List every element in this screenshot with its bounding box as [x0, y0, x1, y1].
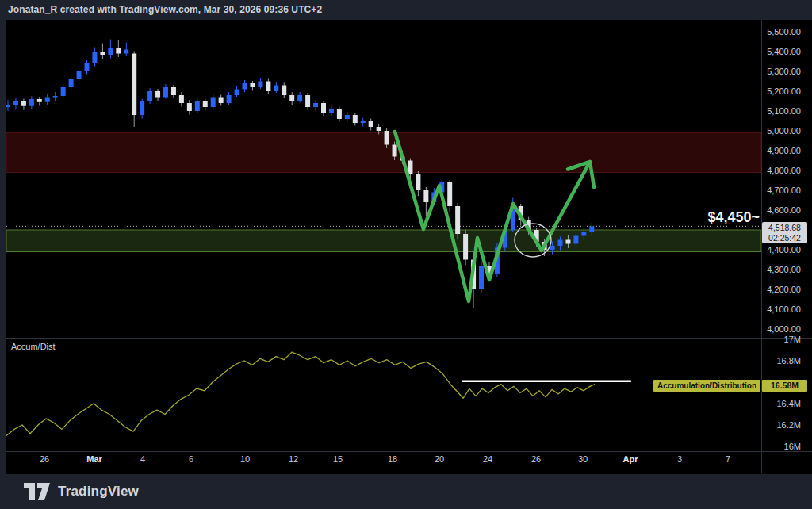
indicator-pane-title: Accum/Dist	[11, 342, 56, 351]
candle-body	[203, 101, 208, 108]
time-tick[interactable]: 7	[726, 454, 730, 464]
candle-body	[227, 95, 232, 103]
price-tick[interactable]: 4,200.00	[761, 285, 801, 294]
candle-body	[565, 240, 570, 244]
indicator-tick[interactable]: 16.4M	[761, 399, 801, 408]
time-tick[interactable]: 24	[483, 454, 492, 464]
candle-body	[274, 86, 278, 92]
indicator-name-badge: Accumulation/Distribution	[653, 380, 760, 392]
candle-body	[53, 96, 58, 98]
candle-body	[305, 95, 310, 107]
candle-body	[258, 82, 262, 88]
time-tick[interactable]: Apr	[623, 454, 638, 464]
candle-body	[329, 109, 334, 113]
price-tick[interactable]: 4,000.00	[761, 324, 801, 334]
candle-body	[13, 101, 18, 105]
time-tick[interactable]: Mar	[86, 454, 102, 464]
candle-body	[219, 98, 224, 104]
candle-body	[337, 109, 342, 120]
time-tick[interactable]: 18	[388, 454, 397, 464]
candle-body	[361, 121, 366, 124]
price-tick[interactable]: 4,100.00	[761, 304, 801, 314]
candle-body	[132, 54, 136, 116]
chart-canvas[interactable]	[0, 0, 812, 509]
indicator-tick[interactable]: 16M	[761, 442, 801, 451]
candle-body	[29, 99, 34, 106]
last-price-value: 4,518.68	[762, 223, 807, 233]
candle-body	[423, 190, 428, 202]
candle-body	[163, 87, 168, 98]
time-tick[interactable]: 4	[140, 454, 145, 464]
candle-body	[558, 240, 563, 247]
time-tick[interactable]: 10	[240, 454, 250, 464]
candle-body	[140, 101, 144, 116]
indicator-value-badge: 16.58M	[762, 380, 807, 392]
candle-body	[21, 101, 26, 106]
indicator-tick[interactable]: 16.2M	[761, 420, 801, 430]
bar-countdown: 02:25:42	[762, 233, 807, 243]
candle-body	[171, 87, 176, 95]
time-tick[interactable]: 30	[578, 454, 588, 464]
resistance-zone[interactable]	[6, 133, 761, 173]
candle-body	[345, 115, 350, 119]
time-tick[interactable]: 12	[289, 454, 298, 464]
price-tick[interactable]: 5,300.00	[761, 67, 801, 76]
time-tick[interactable]: 15	[333, 454, 343, 464]
accum-dist-line	[6, 352, 595, 435]
candle-body	[69, 79, 74, 87]
indicator-tick[interactable]: 16.8M	[761, 356, 801, 365]
candle-body	[243, 83, 247, 90]
candle-body	[235, 90, 239, 96]
time-tick[interactable]: 6	[189, 454, 193, 464]
tradingview-logo-icon	[24, 483, 51, 500]
price-tick[interactable]: 4,400.00	[761, 245, 801, 254]
candle-body	[195, 101, 200, 112]
price-tick[interactable]: 5,500.00	[761, 27, 801, 36]
candle-body	[77, 71, 82, 79]
candle-body	[92, 52, 97, 63]
support-zone[interactable]	[6, 230, 761, 252]
candle-body	[313, 103, 318, 107]
time-tick[interactable]: 3	[677, 454, 682, 464]
price-tick[interactable]: 5,000.00	[761, 126, 801, 136]
tradingview-snapshot: Jonatan_R created with TradingView.com, …	[0, 0, 812, 509]
price-tick[interactable]: 5,400.00	[761, 47, 801, 56]
candle-body	[581, 232, 586, 236]
candle-body	[377, 127, 381, 131]
candle-body	[155, 91, 160, 98]
candle-body	[187, 103, 192, 111]
candle-body	[385, 131, 389, 145]
tradingview-logo[interactable]: TradingView	[24, 483, 139, 500]
candle-body	[479, 266, 484, 289]
candle-body	[124, 50, 128, 54]
candle-body	[573, 236, 578, 244]
time-tick[interactable]: 26	[531, 454, 541, 464]
candle-body	[179, 95, 184, 103]
price-tick[interactable]: 5,200.00	[761, 86, 801, 96]
candle-body	[250, 83, 255, 87]
price-tick[interactable]: 5,100.00	[761, 106, 801, 116]
candle-body	[116, 48, 121, 54]
candle-body	[297, 95, 302, 101]
candle-body	[416, 174, 420, 190]
time-tick[interactable]: 20	[435, 454, 444, 464]
tradingview-logo-text: TradingView	[58, 484, 139, 499]
candle-body	[463, 234, 468, 260]
indicator-tick[interactable]: 17M	[761, 335, 801, 344]
price-tick[interactable]: 4,800.00	[761, 166, 801, 175]
candle-body	[100, 52, 105, 55]
time-tick[interactable]: 26	[40, 454, 49, 464]
candle-body	[282, 86, 286, 96]
price-tick[interactable]: 4,900.00	[761, 146, 801, 155]
candle-body	[266, 82, 270, 92]
candle-body	[353, 115, 358, 123]
price-tick[interactable]: 4,300.00	[761, 265, 801, 274]
price-tick[interactable]: 4,600.00	[761, 205, 801, 215]
candle-body	[550, 246, 555, 250]
candle-body	[455, 206, 460, 234]
candle-body	[61, 87, 66, 96]
price-tick[interactable]: 4,700.00	[761, 186, 801, 195]
candle-body	[85, 63, 90, 71]
candle-body	[45, 98, 50, 102]
price-target-annotation[interactable]: $4,450~	[707, 209, 760, 226]
